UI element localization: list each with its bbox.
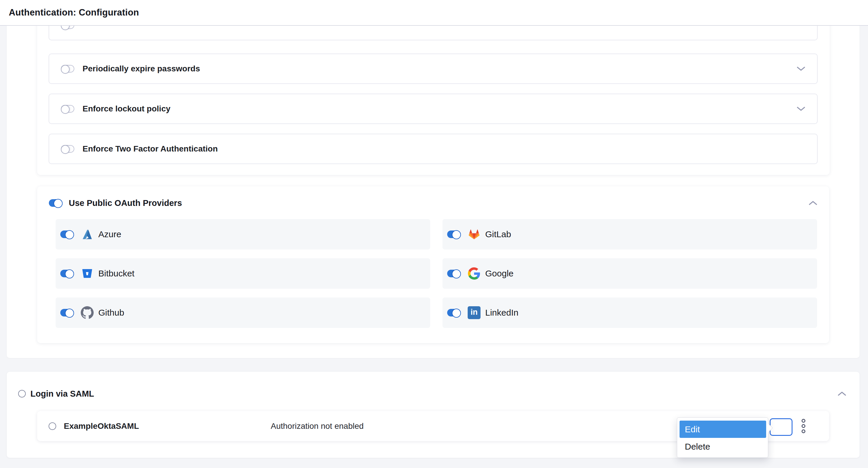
gitlab-toggle[interactable] [447, 231, 461, 238]
azure-icon [81, 228, 94, 241]
github-toggle[interactable] [60, 309, 74, 316]
provider-grid: Azure GitLab [56, 219, 817, 328]
linkedin-icon: in [468, 306, 480, 319]
provider-row-google: Google [442, 258, 817, 289]
provider-row-azure: Azure [56, 219, 430, 249]
provider-row-linkedin: in LinkedIn [442, 298, 817, 328]
saml-radio[interactable] [18, 390, 26, 398]
oauth-providers-card: Use Public OAuth Providers Azure [37, 186, 829, 343]
provider-label: Google [485, 269, 514, 278]
provider-row-github: Github [56, 298, 430, 328]
saml-entry-name: ExampleOktaSAML [64, 422, 139, 431]
gitlab-icon [468, 228, 480, 241]
bitbucket-toggle[interactable] [60, 270, 74, 277]
password-policy-card: Periodically expire passwords Enforce lo… [37, 0, 830, 175]
kebab-menu-icon[interactable] [797, 415, 810, 437]
google-icon [468, 267, 480, 280]
password-policy-row-2fa: Enforce Two Factor Authentication [49, 134, 818, 164]
policy-label: Enforce lockout policy [83, 104, 170, 113]
two-factor-toggle[interactable] [61, 145, 74, 153]
provider-row-gitlab: GitLab [442, 219, 817, 249]
provider-label: Azure [98, 229, 121, 239]
policy-label: Enforce Two Factor Authentication [83, 144, 218, 154]
auth-settings-section: Periodically expire passwords Enforce lo… [7, 0, 860, 358]
lockout-policy-toggle[interactable] [61, 105, 74, 112]
provider-label: Github [98, 308, 124, 317]
provider-label: GitLab [485, 229, 511, 239]
password-policy-row-expire: Periodically expire passwords [49, 54, 818, 84]
password-policy-row-lockout: Enforce lockout policy [49, 94, 818, 124]
saml-section-header: Login via SAML [18, 383, 846, 404]
periodically-expire-toggle[interactable] [61, 65, 74, 72]
saml-entry-focused-actions-button[interactable] [770, 418, 793, 436]
oauth-section-header: Use Public OAuth Providers [49, 193, 817, 213]
menu-item-edit[interactable]: Edit [680, 421, 766, 438]
chevron-down-icon[interactable] [797, 66, 805, 71]
chevron-up-icon[interactable] [838, 391, 846, 396]
azure-toggle[interactable] [60, 231, 74, 238]
bitbucket-icon [81, 267, 94, 280]
saml-entry-radio[interactable] [49, 422, 56, 430]
provider-label: Bitbucket [98, 269, 134, 278]
policy-label: Periodically expire passwords [83, 64, 200, 73]
google-toggle[interactable] [447, 270, 461, 277]
page-header: Authentication: Configuration [0, 0, 868, 26]
chevron-down-icon[interactable] [797, 106, 805, 111]
linkedin-toggle[interactable] [447, 309, 461, 316]
provider-label: LinkedIn [485, 308, 518, 317]
use-public-oauth-toggle[interactable] [49, 199, 62, 207]
page-title: Authentication: Configuration [9, 7, 139, 18]
menu-item-delete[interactable]: Delete [680, 438, 766, 455]
saml-section-title: Login via SAML [30, 389, 94, 399]
context-menu: Edit Delete [677, 417, 768, 458]
oauth-section-title: Use Public OAuth Providers [69, 198, 182, 208]
chevron-up-icon[interactable] [809, 201, 817, 205]
provider-row-bitbucket: Bitbucket [56, 258, 430, 289]
saml-entry-status: Authorization not enabled [271, 422, 364, 431]
github-icon [81, 306, 94, 319]
